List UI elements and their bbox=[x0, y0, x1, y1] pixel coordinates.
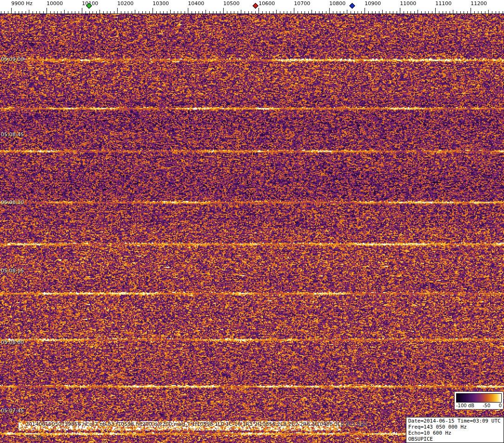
freq-tick-label: 10200 bbox=[117, 0, 133, 7]
freq-tick-label: 10700 bbox=[294, 0, 310, 7]
frequency-ruler[interactable]: 9900 Hz100001010010200103001040010500106… bbox=[0, 0, 504, 14]
color-scale-gradient bbox=[456, 393, 502, 403]
spectrogram-canvas[interactable] bbox=[0, 14, 504, 443]
legend-mid-label: -50 bbox=[483, 403, 490, 409]
info-date-line: Date=2014-06-15 Time=03:09 UTC bbox=[408, 418, 502, 424]
ruler-tick-marks bbox=[0, 0, 504, 14]
info-echo-line: Echo=10 600 Hz bbox=[408, 430, 502, 436]
freq-tick-label: 10600 bbox=[259, 0, 275, 7]
cursor-readout: ^t+39 bbox=[25, 435, 42, 441]
spectrum-waterfall-app: 9900 Hz100001010010200103001040010500106… bbox=[0, 0, 504, 443]
waterfall-display: 05:09:0005:08:4505:08:3005:08:1505:08:00… bbox=[0, 14, 504, 443]
freq-tick-label: 11000 bbox=[400, 0, 416, 7]
freq-tick-label: 9900 Hz bbox=[11, 0, 33, 7]
freq-tick-label: 11100 bbox=[435, 0, 451, 7]
time-label: 05:08:00 bbox=[1, 339, 24, 345]
time-label: 05:08:15 bbox=[1, 268, 24, 274]
info-box: Date=2014-06-15 Time=03:09 UTC Freq=143 … bbox=[406, 417, 504, 443]
freq-tick-label: 10800 bbox=[329, 0, 345, 7]
time-label: 05:08:45 bbox=[1, 132, 24, 138]
event-log-text: 20140615030739856 hCnt7 nb-83 f10598 hit… bbox=[26, 421, 367, 427]
freq-tick-label: 10300 bbox=[153, 0, 169, 7]
freq-tick-label: 10900 bbox=[365, 0, 381, 7]
info-freq-line: Freq=143 050 000 Hz bbox=[408, 424, 502, 430]
color-scale-legend: -100 dB -50 0 bbox=[454, 391, 504, 410]
time-label: 05:07:45 bbox=[1, 408, 24, 414]
legend-min-label: -100 dB bbox=[456, 403, 474, 409]
legend-max-label: 0 bbox=[499, 403, 502, 409]
time-label: 05:09:00 bbox=[1, 56, 24, 62]
time-label: 05:08:30 bbox=[1, 199, 24, 205]
freq-tick-label: 11200 bbox=[471, 0, 487, 7]
info-station-line: OBSUPICE bbox=[408, 436, 502, 442]
color-scale-labels: -100 dB -50 0 bbox=[456, 403, 502, 409]
freq-tick-label: 10000 bbox=[46, 0, 63, 7]
freq-tick-label: 10500 bbox=[223, 0, 239, 7]
freq-tick-label: 10400 bbox=[188, 0, 204, 7]
